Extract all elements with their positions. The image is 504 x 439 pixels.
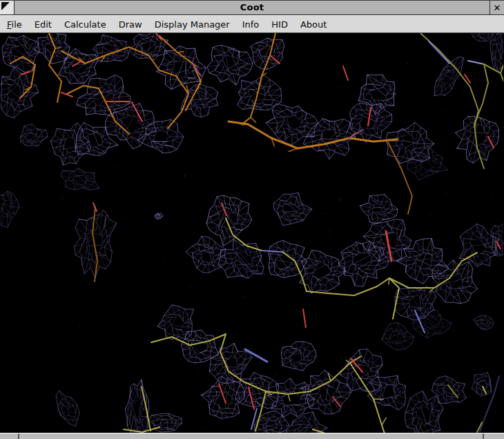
window-title: Coot xyxy=(14,1,490,14)
menubar: FileEditCalculateDrawDisplay ManagerInfo… xyxy=(0,15,504,33)
menu-item-display-manager[interactable]: Display Manager xyxy=(148,17,236,32)
menu-item-draw[interactable]: Draw xyxy=(113,17,148,32)
menu-item-file[interactable]: File xyxy=(1,17,28,32)
3d-viewport[interactable] xyxy=(1,33,503,433)
menu-item-calculate[interactable]: Calculate xyxy=(58,17,113,32)
menu-item-edit[interactable]: Edit xyxy=(28,17,58,32)
statusbar xyxy=(0,433,504,439)
statusbar-left-segment xyxy=(0,433,19,439)
statusbar-main-segment xyxy=(19,433,484,439)
menu-item-hid[interactable]: HID xyxy=(265,17,294,32)
menu-item-about[interactable]: About xyxy=(294,17,333,32)
titlebar[interactable]: Coot ✕ xyxy=(0,1,504,15)
close-icon: ✕ xyxy=(494,3,501,13)
statusbar-right-segment xyxy=(484,433,504,439)
coot-window: Coot ✕ FileEditCalculateDrawDisplay Mana… xyxy=(0,0,504,439)
window-menu-icon xyxy=(1,2,10,10)
close-button[interactable]: ✕ xyxy=(490,1,504,14)
window-menu-button[interactable] xyxy=(0,1,14,14)
menu-item-info[interactable]: Info xyxy=(236,17,266,32)
